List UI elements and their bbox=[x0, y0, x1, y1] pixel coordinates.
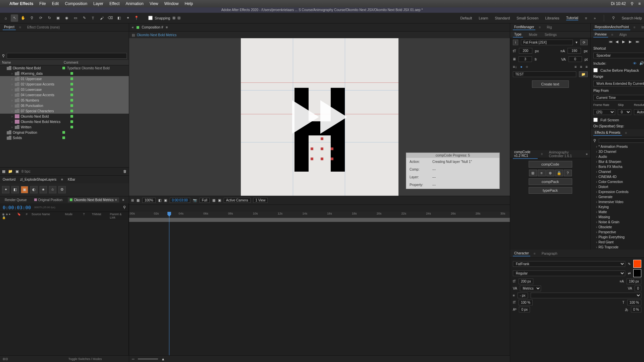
workspace-default[interactable]: Default bbox=[460, 16, 472, 20]
menu-composition[interactable]: Composition bbox=[65, 1, 87, 6]
fullscreen-checkbox[interactable] bbox=[593, 118, 598, 122]
effect-category[interactable]: Boris FX Mocha bbox=[591, 164, 644, 169]
project-item[interactable]: ›Okomito Next Bold Metrics bbox=[0, 119, 129, 124]
explode-btn-1[interactable]: ✦ bbox=[2, 186, 9, 193]
align-opt-2[interactable]: ● bbox=[520, 65, 523, 69]
views-select[interactable]: 1 View bbox=[253, 198, 268, 203]
grid-icon[interactable]: ▦ bbox=[137, 198, 140, 202]
col-mode[interactable]: Mode bbox=[65, 213, 80, 219]
tab-info[interactable]: Info bbox=[640, 25, 644, 30]
effect-category[interactable]: Obsolete bbox=[591, 225, 644, 230]
camera-select[interactable]: Active Camera bbox=[224, 198, 251, 203]
tab-effect-controls[interactable]: Effect Controls (none) bbox=[26, 25, 61, 30]
col-name[interactable]: Name bbox=[2, 61, 59, 64]
snap-icon-2[interactable]: ⊟ bbox=[177, 16, 180, 20]
test-input[interactable]: TEST bbox=[513, 71, 576, 77]
star-outline-icon[interactable]: ☆ bbox=[49, 186, 56, 193]
work-area-bar[interactable] bbox=[129, 218, 510, 222]
col-trkmat[interactable]: TrkMat bbox=[92, 213, 107, 219]
font-size-input[interactable]: 200 bbox=[519, 48, 532, 54]
cc-icon-2[interactable]: ≡ bbox=[538, 170, 546, 176]
tab-render-queue[interactable]: Render Queue bbox=[3, 197, 29, 202]
magnify-icon[interactable]: ⊞ bbox=[131, 198, 134, 202]
zoom-select[interactable]: 100% bbox=[142, 198, 156, 203]
gear-icon[interactable]: ⚙ bbox=[58, 186, 66, 193]
effects-list[interactable]: * Animation Presets3D ChannelAudioBlur &… bbox=[591, 144, 644, 250]
res-icon[interactable]: ◧ bbox=[158, 198, 161, 202]
char-font-select[interactable]: FatFrank bbox=[513, 261, 625, 267]
comp-viewer[interactable]: compCode Progress: 5 Action:Creating Nul… bbox=[129, 38, 510, 196]
menu-file[interactable]: File bbox=[39, 1, 46, 6]
zoom-in-icon[interactable]: ▲ bbox=[161, 357, 165, 361]
zoom-out-icon[interactable]: ─ bbox=[132, 357, 135, 361]
playfrom-select[interactable]: Current Time bbox=[593, 95, 644, 101]
timecode[interactable]: 0:00:03:00 bbox=[3, 205, 31, 210]
project-item[interactable]: ›07 Special Characters bbox=[0, 108, 129, 114]
effect-category[interactable]: Immersive Video bbox=[591, 199, 644, 204]
fm-subtab-type[interactable]: Type bbox=[513, 32, 523, 38]
tab-overlord[interactable]: Overlord bbox=[3, 178, 15, 181]
workspace-more-icon[interactable]: » bbox=[594, 16, 596, 20]
speaker-icon[interactable]: 🔊 bbox=[639, 61, 644, 65]
last-frame-icon[interactable]: ⏭ bbox=[636, 40, 640, 44]
tab-project[interactable]: Project bbox=[3, 24, 16, 30]
compcode-button[interactable]: compCode bbox=[529, 161, 572, 168]
effect-category[interactable]: * Animation Presets bbox=[591, 144, 644, 149]
project-item[interactable]: ›05 Numbers bbox=[0, 98, 129, 103]
project-item[interactable]: ›02 Uppercase Accents bbox=[0, 81, 129, 87]
tl-toggle-2[interactable]: ⊟ bbox=[5, 357, 8, 361]
workspace-tutorial[interactable]: Tutorial bbox=[566, 16, 578, 20]
swap-icon[interactable]: ⇄ bbox=[628, 272, 631, 275]
ll-menu-icon[interactable]: ≡ bbox=[61, 178, 63, 181]
tl-menu-icon[interactable]: ≡ bbox=[122, 198, 124, 202]
rap-subtab-preview[interactable]: Preview bbox=[593, 32, 608, 38]
col-t[interactable]: T bbox=[83, 213, 89, 219]
menu-edit[interactable]: Edit bbox=[52, 1, 59, 6]
menu-layer[interactable]: Layer bbox=[93, 1, 103, 6]
transparency-icon[interactable]: ▦ bbox=[212, 198, 215, 202]
effect-category[interactable]: Noise & Grain bbox=[591, 220, 644, 225]
ep-menu-icon[interactable]: ≡ bbox=[625, 131, 627, 135]
project-item[interactable]: ›Okomito Next Bold bbox=[0, 114, 129, 119]
col-source[interactable]: Source Name bbox=[32, 213, 62, 219]
project-item[interactable]: Original Position bbox=[0, 130, 129, 135]
timeline-ruler[interactable]: :00s02s04s06s08s10s12s14s16s18s20s22s24s… bbox=[129, 212, 510, 222]
col-parent[interactable]: Parent & Link bbox=[110, 213, 126, 219]
camera-tool[interactable]: ▣ bbox=[54, 14, 62, 22]
zoom-tool[interactable]: ⚲ bbox=[28, 14, 36, 22]
char-size-input[interactable]: 200 px bbox=[519, 279, 533, 284]
fill-color-swatch[interactable] bbox=[633, 260, 641, 268]
project-item[interactable]: ›06 Punctuation bbox=[0, 103, 129, 108]
snapping-checkbox[interactable] bbox=[148, 16, 153, 20]
comppack-button[interactable]: compPack bbox=[529, 178, 572, 185]
refresh-icon[interactable]: ⟳ bbox=[580, 40, 588, 45]
tab-rap[interactable]: RepositionAnchorPoint bbox=[593, 24, 630, 30]
align-opt-3[interactable]: ○ bbox=[526, 65, 528, 69]
snapshot-icon[interactable]: 📷 bbox=[193, 198, 197, 202]
comp-menu-icon[interactable]: ≡ bbox=[166, 25, 168, 29]
resolution-select[interactable]: Full bbox=[200, 198, 210, 203]
time-display[interactable]: 0:00:03:00 bbox=[170, 198, 190, 203]
rect-tool[interactable]: ▭ bbox=[72, 14, 79, 22]
justify-right-icon[interactable]: ≡ bbox=[586, 65, 588, 69]
shortcut-select[interactable]: Spacebar bbox=[593, 53, 644, 58]
play-icon[interactable]: ▶ bbox=[622, 40, 627, 44]
close-icon[interactable]: × bbox=[115, 198, 117, 202]
project-item[interactable]: Okomito Next BoldTypeface Okomito Next B… bbox=[0, 65, 129, 71]
clone-tool[interactable]: ⌫ bbox=[107, 14, 114, 22]
search-help[interactable]: Search Help bbox=[622, 16, 642, 20]
effect-category[interactable]: Generate bbox=[591, 194, 644, 199]
interpret-icon[interactable]: ▦ bbox=[2, 169, 5, 174]
explode-btn-2[interactable]: ◧ bbox=[11, 186, 19, 193]
project-tree[interactable]: Okomito Next BoldTypeface Okomito Next B… bbox=[0, 65, 129, 140]
cache-checkbox[interactable] bbox=[593, 68, 598, 72]
effect-category[interactable]: Color Correction bbox=[591, 179, 644, 184]
bpc-toggle[interactable]: 8 bpc bbox=[21, 169, 31, 173]
folder-icon[interactable]: 📁 bbox=[579, 71, 588, 77]
project-item[interactable]: Solids bbox=[0, 135, 129, 140]
skip-select[interactable]: 0 bbox=[618, 109, 631, 115]
first-frame-icon[interactable]: ⏮ bbox=[609, 40, 613, 44]
eraser-tool[interactable]: ◧ bbox=[115, 14, 123, 22]
menu-effect[interactable]: Effect bbox=[109, 1, 119, 6]
effect-category[interactable]: Perspective bbox=[591, 230, 644, 235]
